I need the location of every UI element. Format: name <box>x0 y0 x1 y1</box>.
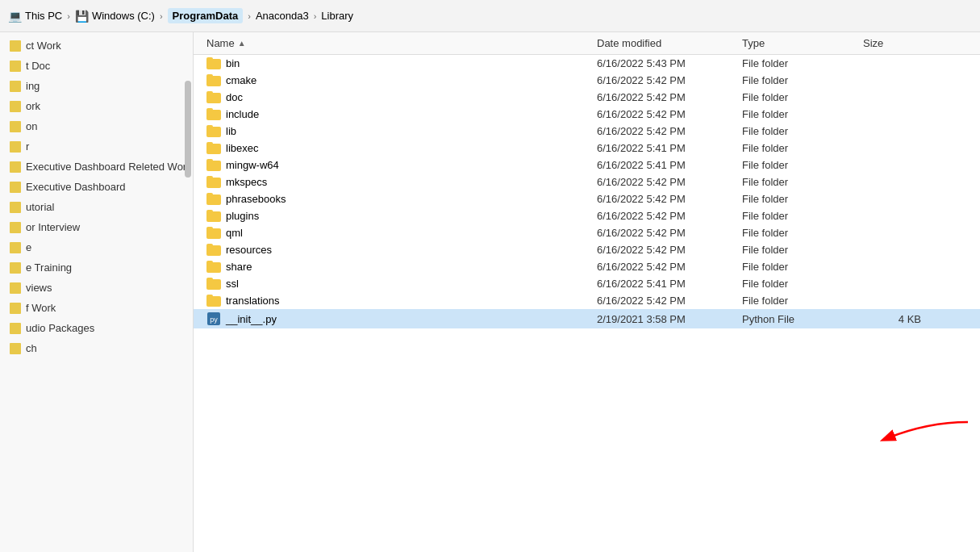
table-row[interactable]: libexec6/16/2022 5:41 PMFile folder <box>194 140 980 157</box>
table-row[interactable]: phrasebooks6/16/2022 5:42 PMFile folder <box>194 190 980 207</box>
sidebar-item-19[interactable]: ch <box>0 338 193 358</box>
sidebar-item-9[interactable]: utorial <box>0 197 193 217</box>
file-name-cell: phrasebooks <box>194 193 597 205</box>
drive-icon: 💾 <box>75 10 89 23</box>
breadcrumb-windows-c[interactable]: 💾 Windows (C:) <box>75 10 155 23</box>
file-date-cell: 6/16/2022 5:42 PM <box>597 193 742 205</box>
folder-icon <box>10 343 21 354</box>
sidebar-item-12[interactable]: e <box>0 237 193 257</box>
folder-icon <box>206 108 221 120</box>
col-date-header[interactable]: Date modified <box>597 37 742 49</box>
table-row[interactable]: mkspecs6/16/2022 5:42 PMFile folder <box>194 174 980 190</box>
file-date-cell: 6/16/2022 5:41 PM <box>597 278 742 290</box>
file-type-cell: File folder <box>742 91 863 103</box>
sidebar-item-label: ct Work <box>26 40 61 52</box>
file-date-cell: 6/16/2022 5:42 PM <box>597 176 742 188</box>
sidebar-item-6[interactable]: r <box>0 136 193 157</box>
table-row[interactable]: plugins6/16/2022 5:42 PMFile folder <box>194 207 980 224</box>
file-name-label: cmake <box>226 74 256 86</box>
table-row[interactable]: translations6/16/2022 5:42 PMFile folder <box>194 292 980 309</box>
sidebar-item-label: views <box>26 282 52 294</box>
folder-icon <box>10 242 21 253</box>
file-name-label: mingw-w64 <box>226 159 279 171</box>
file-name-label: bin <box>226 57 240 69</box>
table-row[interactable]: resources6/16/2022 5:42 PMFile folder <box>194 241 980 258</box>
file-type-cell: File folder <box>742 193 863 205</box>
folder-icon <box>10 40 21 52</box>
file-name-cell: share <box>194 261 597 273</box>
table-row[interactable]: share6/16/2022 5:42 PMFile folder <box>194 258 980 275</box>
file-type-cell: Python File <box>742 313 863 325</box>
file-type-cell: File folder <box>742 244 863 256</box>
table-row[interactable]: bin6/16/2022 5:43 PMFile folder <box>194 55 980 72</box>
sidebar-item-7[interactable]: Executive Dashboard Releted Wor <box>0 157 193 177</box>
file-date-cell: 6/16/2022 5:41 PM <box>597 159 742 171</box>
file-name-cell: translations <box>194 295 597 307</box>
file-type-cell: File folder <box>742 159 863 171</box>
folder-icon <box>10 202 21 213</box>
folder-icon <box>10 282 21 294</box>
folder-icon <box>10 121 21 132</box>
file-type-cell: File folder <box>742 295 863 307</box>
breadcrumb-programdata[interactable]: ProgramData <box>168 8 244 23</box>
sidebar-item-4[interactable]: on <box>0 116 193 136</box>
sidebar-item-2[interactable]: ing <box>0 76 193 96</box>
sidebar-item-3[interactable]: ork <box>0 96 193 116</box>
file-name-label: qml <box>226 227 243 239</box>
folder-icon <box>206 278 221 290</box>
sidebar-item-label: udio Packages <box>26 322 94 334</box>
breadcrumb-sep-3: › <box>248 11 251 21</box>
sidebar-item-label: t Doc <box>26 60 50 72</box>
sidebar-item-13[interactable]: e Training <box>0 257 193 278</box>
file-type-cell: File folder <box>742 227 863 239</box>
file-date-cell: 6/16/2022 5:42 PM <box>597 91 742 103</box>
file-date-cell: 6/16/2022 5:42 PM <box>597 108 742 120</box>
sidebar-item-1[interactable]: t Doc <box>0 56 193 76</box>
file-size-cell: 4 KB <box>863 313 928 325</box>
file-type-cell: File folder <box>742 74 863 86</box>
breadcrumb-library[interactable]: Library <box>321 10 353 22</box>
breadcrumb-anaconda3[interactable]: Anaconda3 <box>256 10 309 22</box>
file-name-label: ssl <box>226 278 239 290</box>
breadcrumb-sep-2: › <box>160 11 163 21</box>
file-name-cell: plugins <box>194 210 597 222</box>
sidebar-item-16[interactable]: f Work <box>0 298 193 318</box>
file-date-cell: 6/16/2022 5:41 PM <box>597 142 742 154</box>
folder-icon <box>10 262 21 274</box>
col-type-header[interactable]: Type <box>742 37 863 49</box>
sidebar-item-label: Executive Dashboard Releted Wor <box>26 161 186 173</box>
table-row[interactable]: lib6/16/2022 5:42 PMFile folder <box>194 123 980 140</box>
main-layout: ct Workt DocingorkonrExecutive Dashboard… <box>0 32 980 552</box>
breadcrumb-bar: 💻 This PC › 💾 Windows (C:) › ProgramData… <box>0 0 980 32</box>
file-date-cell: 6/16/2022 5:43 PM <box>597 57 742 69</box>
breadcrumb-this-pc[interactable]: 💻 This PC <box>8 10 62 23</box>
sidebar-item-15[interactable]: views <box>0 278 193 298</box>
table-row[interactable]: doc6/16/2022 5:42 PMFile folder <box>194 89 980 106</box>
table-row[interactable]: mingw-w646/16/2022 5:41 PMFile folder <box>194 157 980 174</box>
sidebar-item-10[interactable]: or Interview <box>0 217 193 237</box>
table-row[interactable]: include6/16/2022 5:42 PMFile folder <box>194 106 980 123</box>
breadcrumb-sep-1: › <box>67 11 70 21</box>
sidebar-item-label: ing <box>26 80 40 92</box>
file-list[interactable]: bin6/16/2022 5:43 PMFile foldercmake6/16… <box>194 55 980 552</box>
table-row[interactable]: qml6/16/2022 5:42 PMFile folder <box>194 224 980 241</box>
col-size-header[interactable]: Size <box>863 37 928 49</box>
file-name-label: __init__.py <box>226 313 277 325</box>
file-name-cell: qml <box>194 227 597 239</box>
file-date-cell: 6/16/2022 5:42 PM <box>597 125 742 137</box>
python-file-icon: py <box>206 312 221 326</box>
sidebar-item-label: e <box>26 241 31 253</box>
table-row[interactable]: py __init__.py2/19/2021 3:58 PMPython Fi… <box>194 309 980 328</box>
sidebar-scroll[interactable]: ct Workt DocingorkonrExecutive Dashboard… <box>0 32 193 552</box>
column-headers: Name ▲ Date modified Type Size <box>194 32 980 55</box>
file-type-cell: File folder <box>742 210 863 222</box>
file-name-label: libexec <box>226 142 258 154</box>
sidebar-item-18[interactable]: udio Packages <box>0 318 193 338</box>
sidebar-item-8[interactable]: Executive Dashboard <box>0 177 193 197</box>
table-row[interactable]: ssl6/16/2022 5:41 PMFile folder <box>194 275 980 292</box>
sidebar-scrollbar[interactable] <box>185 81 191 178</box>
folder-icon <box>10 141 21 153</box>
col-name-header[interactable]: Name ▲ <box>194 37 597 49</box>
table-row[interactable]: cmake6/16/2022 5:42 PMFile folder <box>194 72 980 89</box>
sidebar-item-0[interactable]: ct Work <box>0 36 193 56</box>
